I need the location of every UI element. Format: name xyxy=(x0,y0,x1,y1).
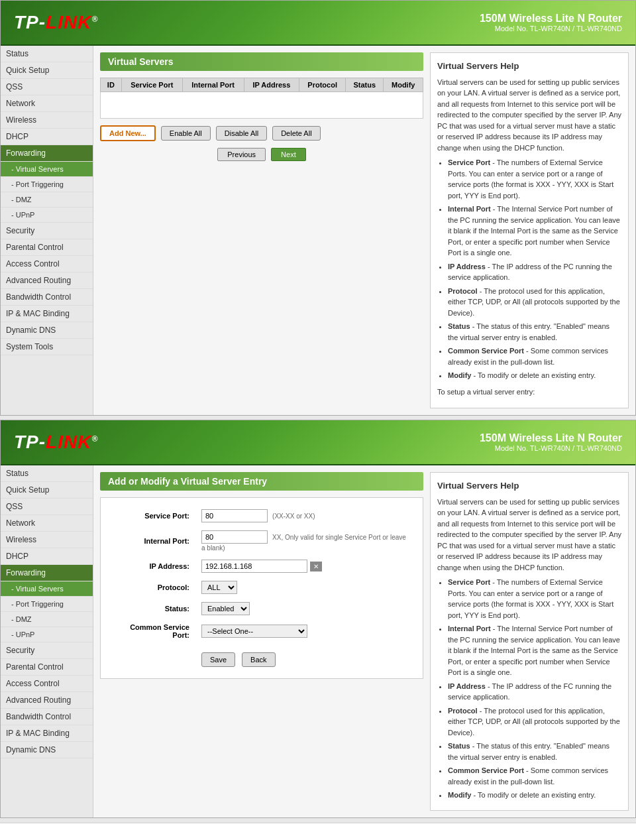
sidebar-2: Status Quick Setup QSS Network Wireless … xyxy=(1,465,93,817)
sidebar-item-wireless[interactable]: Wireless xyxy=(1,112,93,129)
sidebar-item-dynamic-dns[interactable]: Dynamic DNS xyxy=(1,322,93,339)
status-label: Status: xyxy=(109,599,195,619)
internal-port-input[interactable] xyxy=(201,530,268,544)
sidebar-item-system-tools[interactable]: System Tools xyxy=(1,339,93,355)
ip-clear-button[interactable]: ✕ xyxy=(310,562,322,571)
sidebar2-item-dmz[interactable]: - DMZ xyxy=(1,612,93,627)
status-select[interactable]: Enabled Disabled xyxy=(201,602,250,615)
section-title-2: Add or Modify a Virtual Server Entry xyxy=(100,472,423,491)
sidebar-item-dmz[interactable]: - DMZ xyxy=(1,192,93,208)
internal-port-label: Internal Port: xyxy=(109,527,195,555)
sidebar2-item-status[interactable]: Status xyxy=(1,465,93,482)
form-row-common-service: Common Service Port: --Select One-- FTP … xyxy=(109,620,415,642)
help-item-protocol: Protocol - The protocol used for this ap… xyxy=(448,286,621,319)
sidebar2-item-bandwidth-control[interactable]: Bandwidth Control xyxy=(1,709,93,725)
col-service-port: Service Port xyxy=(121,78,182,92)
help-item-internal-port: Internal Port - The Internal Service Por… xyxy=(448,204,621,259)
next-button[interactable]: Next xyxy=(271,148,306,161)
form-row-actions: Save Back xyxy=(109,644,415,670)
form-action-buttons: Save Back xyxy=(196,644,415,670)
sidebar-item-qss[interactable]: QSS xyxy=(1,79,93,95)
form-panel: Service Port: (XX-XX or XX) Internal Por… xyxy=(100,497,423,679)
sidebar2-item-advanced-routing[interactable]: Advanced Routing xyxy=(1,692,93,709)
internal-port-field: XX, Only valid for single Service Port o… xyxy=(196,527,415,555)
sidebar-item-ip-mac-binding[interactable]: IP & MAC Binding xyxy=(1,306,93,322)
sidebar-item-security[interactable]: Security xyxy=(1,223,93,239)
protocol-label: Protocol: xyxy=(109,577,195,597)
model-name: 150M Wireless Lite N Router xyxy=(480,13,622,25)
previous-button[interactable]: Previous xyxy=(217,148,266,161)
protocol-field: ALL TCP UDP xyxy=(196,577,415,597)
sidebar-1: Status Quick Setup QSS Network Wireless … xyxy=(1,46,93,415)
help2-item-protocol: Protocol - The protocol used for this ap… xyxy=(448,705,621,739)
sidebar2-item-parental-control[interactable]: Parental Control xyxy=(1,659,93,676)
ip-address-label: IP Address: xyxy=(109,556,195,576)
help2-item-ip-address: IP Address - The IP address of the FC ru… xyxy=(448,681,621,703)
sidebar2-item-access-control[interactable]: Access Control xyxy=(1,676,93,692)
col-internal-port: Internal Port xyxy=(182,78,244,92)
col-ip-address: IP Address xyxy=(244,78,299,92)
enable-all-button[interactable]: Enable All xyxy=(161,126,211,141)
sidebar2-item-wireless[interactable]: Wireless xyxy=(1,532,93,548)
sidebar-item-port-triggering[interactable]: - Port Triggering xyxy=(1,177,93,192)
sidebar2-item-virtual-servers[interactable]: - Virtual Servers xyxy=(1,581,93,597)
sidebar2-item-forwarding[interactable]: Forwarding xyxy=(1,565,93,581)
help-item-common-service-port: Common Service Port - Some common servic… xyxy=(448,345,621,367)
sidebar2-item-upnp[interactable]: - UPnP xyxy=(1,627,93,642)
status-field: Enabled Disabled xyxy=(196,599,415,619)
help2-item-service-port: Service Port - The numbers of External S… xyxy=(448,577,621,621)
sidebar-item-forwarding[interactable]: Forwarding xyxy=(1,145,93,162)
common-service-select[interactable]: --Select One-- FTP HTTP HTTPS SMTP xyxy=(201,625,307,638)
button-row: Add New... Enable All Disable All Delete… xyxy=(100,125,423,141)
service-port-field: (XX-XX or XX) xyxy=(196,506,415,526)
model-name-2: 150M Wireless Lite N Router xyxy=(480,432,622,444)
virtual-servers-table: ID Service Port Internal Port IP Address… xyxy=(100,78,423,119)
help-footer: To setup a virtual server entry: xyxy=(437,387,621,398)
help-item-ip-address: IP Address - The IP address of the PC ru… xyxy=(448,261,621,283)
main-panel-2: Add or Modify a Virtual Server Entry Ser… xyxy=(93,465,635,817)
sidebar-item-virtual-servers[interactable]: - Virtual Servers xyxy=(1,162,93,177)
router-info: 150M Wireless Lite N Router Model No. TL… xyxy=(480,13,622,32)
sidebar2-item-dhcp[interactable]: DHCP xyxy=(1,548,93,565)
content-area-2: Status Quick Setup QSS Network Wireless … xyxy=(1,465,635,817)
service-port-input[interactable] xyxy=(201,509,268,522)
sidebar2-item-dynamic-dns[interactable]: Dynamic DNS xyxy=(1,742,93,758)
ip-address-input[interactable] xyxy=(201,560,307,573)
sidebar-item-quicksetup[interactable]: Quick Setup xyxy=(1,62,93,79)
tplink-logo-2: TP-LINK® xyxy=(14,432,98,453)
sidebar2-item-port-triggering[interactable]: - Port Triggering xyxy=(1,597,93,612)
save-button[interactable]: Save xyxy=(201,652,235,667)
sidebar-item-bandwidth-control[interactable]: Bandwidth Control xyxy=(1,289,93,306)
help-panel-2: Virtual Servers Help Virtual servers can… xyxy=(430,472,629,811)
col-id: ID xyxy=(101,78,122,92)
back-button[interactable]: Back xyxy=(242,652,275,667)
help-intro-1: Virtual servers can be used for setting … xyxy=(437,77,621,154)
sidebar-item-dhcp[interactable]: DHCP xyxy=(1,129,93,145)
help-item-modify: Modify - To modify or delete an existing… xyxy=(448,370,621,381)
protocol-select[interactable]: ALL TCP UDP xyxy=(201,581,237,594)
sidebar-item-advanced-routing[interactable]: Advanced Routing xyxy=(1,272,93,289)
sidebar2-item-qss[interactable]: QSS xyxy=(1,499,93,515)
sidebar-item-status[interactable]: Status xyxy=(1,46,93,62)
instructions-intro: Wpisując w wolne pola następujące wartoś… xyxy=(10,837,626,841)
help-item-service-port: Service Port - The numbers of External S… xyxy=(448,157,621,201)
sidebar2-item-security[interactable]: Security xyxy=(1,642,93,659)
sidebar-item-network[interactable]: Network xyxy=(1,95,93,112)
col-status: Status xyxy=(346,78,384,92)
help2-item-status: Status - The status of this entry. "Enab… xyxy=(448,741,621,762)
sidebar-item-upnp[interactable]: - UPnP xyxy=(1,208,93,223)
sidebar-item-parental-control[interactable]: Parental Control xyxy=(1,239,93,256)
form-row-internal-port: Internal Port: XX, Only valid for single… xyxy=(109,527,415,555)
header-section2: TP-LINK® 150M Wireless Lite N Router Mod… xyxy=(1,420,635,465)
add-new-button[interactable]: Add New... xyxy=(100,125,156,141)
sidebar-item-access-control[interactable]: Access Control xyxy=(1,256,93,272)
delete-all-button[interactable]: Delete All xyxy=(272,126,320,141)
form-row-ip-address: IP Address: ✕ xyxy=(109,556,415,576)
sidebar2-item-quicksetup[interactable]: Quick Setup xyxy=(1,482,93,499)
help-title-1: Virtual Servers Help xyxy=(437,60,621,73)
help-item-status: Status - The status of this entry. "Enab… xyxy=(448,321,621,343)
sidebar2-item-ip-mac-binding[interactable]: IP & MAC Binding xyxy=(1,725,93,742)
table-row-empty xyxy=(101,92,423,119)
sidebar2-item-network[interactable]: Network xyxy=(1,515,93,532)
disable-all-button[interactable]: Disable All xyxy=(216,126,267,141)
